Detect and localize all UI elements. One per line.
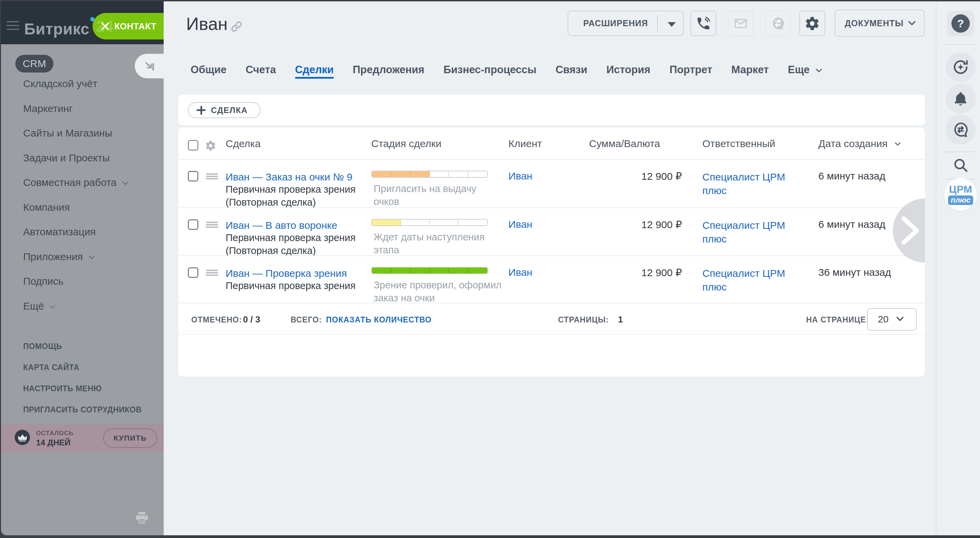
tab-связи[interactable]: Связи bbox=[555, 64, 587, 79]
tab-бизнес-процессы[interactable]: Бизнес-процессы bbox=[443, 64, 536, 79]
extensions-button[interactable]: РАСШИРЕНИЯ bbox=[568, 11, 684, 36]
stage-label: Пригласить на выдачу очков bbox=[374, 182, 503, 208]
bitrix24-logo: Битрикс bbox=[24, 20, 89, 38]
column-header-client[interactable]: Клиент bbox=[508, 138, 542, 150]
sidebar-item[interactable]: Автоматизация bbox=[23, 226, 95, 238]
buy-button[interactable]: КУПИТЬ bbox=[103, 428, 157, 448]
crm-plus-app-button[interactable]: ЦРМ плюс bbox=[944, 178, 977, 211]
sidebar-secondary-item[interactable]: НАСТРОИТЬ МЕНЮ bbox=[23, 384, 102, 393]
checked-label: ОТМЕЧЕНО: bbox=[191, 315, 242, 324]
stage-segment bbox=[410, 171, 430, 177]
column-header-deal[interactable]: Сделка bbox=[226, 138, 261, 150]
notifications-button[interactable] bbox=[946, 84, 975, 114]
add-deal-button[interactable]: СДЕЛКА bbox=[188, 102, 261, 118]
sidebar-item[interactable]: Складской учёт bbox=[23, 78, 97, 89]
tab-сделки[interactable]: Сделки bbox=[295, 64, 334, 79]
print-icon[interactable] bbox=[136, 511, 148, 524]
sidebar-item[interactable]: Задачи и Проекты bbox=[23, 152, 110, 164]
row-checkbox[interactable] bbox=[188, 171, 198, 182]
table-header-row: Сделка Стадия сделки Клиент Сумма/Валюта… bbox=[178, 128, 925, 159]
tab-label: Еще bbox=[788, 64, 810, 76]
tab-счета[interactable]: Счета bbox=[246, 64, 276, 79]
email-button[interactable] bbox=[728, 11, 754, 36]
sidebar-item[interactable]: Подпись bbox=[23, 275, 64, 287]
grid-settings-gear-icon[interactable] bbox=[205, 140, 216, 153]
show-count-link[interactable]: ПОКАЗАТЬ КОЛИЧЕСТВО bbox=[326, 315, 431, 324]
drag-handle-icon[interactable] bbox=[206, 270, 218, 276]
tab-общие[interactable]: Общие bbox=[191, 64, 227, 79]
call-button[interactable] bbox=[690, 11, 716, 36]
chevron-right-icon bbox=[899, 215, 923, 246]
update-star-icon bbox=[952, 58, 969, 76]
sidebar-item[interactable]: Маркетинг bbox=[23, 103, 73, 114]
client-link[interactable]: Иван bbox=[508, 170, 532, 182]
sidebar-item[interactable]: Компания bbox=[23, 201, 70, 213]
responsible-link[interactable]: Специалист ЦРМ плюс bbox=[702, 170, 804, 198]
sidebar-item-label: Задачи и Проекты bbox=[23, 152, 110, 163]
stage-progress-bar[interactable] bbox=[371, 171, 488, 178]
created-date: 36 минут назад bbox=[818, 267, 891, 278]
stage-segment bbox=[410, 268, 430, 273]
search-button[interactable] bbox=[944, 149, 977, 182]
tab-история[interactable]: История bbox=[606, 64, 650, 79]
row-checkbox[interactable] bbox=[188, 267, 198, 278]
deal-title-link[interactable]: Иван — Заказ на очки № 9 bbox=[226, 170, 375, 184]
sidebar-item-crm[interactable]: CRM bbox=[15, 55, 53, 72]
menu-hamburger-icon[interactable] bbox=[6, 21, 19, 30]
tab-label: Бизнес-процессы bbox=[443, 64, 536, 76]
search-icon bbox=[952, 156, 969, 174]
deal-subtitle: Первичная проверка зрения (Повторная сде… bbox=[226, 231, 372, 257]
page-title: Иван bbox=[186, 14, 228, 34]
sidebar-secondary-item[interactable]: ПОМОЩЬ bbox=[23, 342, 62, 351]
sidebar-item[interactable]: Ещё bbox=[23, 300, 53, 312]
drag-handle-icon[interactable] bbox=[206, 222, 218, 228]
column-header-created[interactable]: Дата создания bbox=[818, 138, 898, 150]
sidebar-item[interactable]: Приложения bbox=[23, 251, 92, 263]
openline-chat-button[interactable] bbox=[765, 11, 791, 36]
sidebar-item[interactable]: Сайты и Магазины bbox=[23, 127, 112, 139]
per-page-select[interactable]: 20 bbox=[867, 308, 917, 330]
stage-segment bbox=[458, 220, 487, 225]
sidebar-item[interactable]: Совместная работа bbox=[23, 177, 126, 188]
sidebar-collapse-button[interactable] bbox=[135, 54, 164, 78]
stage-progress-bar[interactable] bbox=[371, 267, 488, 274]
sidebar-secondary-item[interactable]: ПРИГЛАСИТЬ СОТРУДНИКОВ bbox=[23, 405, 142, 414]
row-checkbox[interactable] bbox=[188, 219, 198, 230]
stage-segment bbox=[391, 171, 411, 177]
responsible-link[interactable]: Специалист ЦРМ плюс bbox=[702, 219, 804, 246]
column-header-amount[interactable]: Сумма/Валюта bbox=[589, 138, 660, 150]
whats-new-button[interactable] bbox=[946, 52, 975, 82]
drag-handle-icon[interactable] bbox=[206, 173, 218, 179]
column-header-stage[interactable]: Стадия сделки bbox=[371, 138, 441, 150]
tab-еще[interactable]: Еще bbox=[788, 64, 819, 79]
documents-button[interactable]: ДОКУМЕНТЫ bbox=[835, 10, 924, 37]
settings-button[interactable] bbox=[799, 11, 825, 36]
messenger-button[interactable] bbox=[946, 115, 975, 145]
slider-close-button[interactable]: 24 КОНТАКТ bbox=[92, 13, 164, 40]
responsible-link[interactable]: Специалист ЦРМ плюс bbox=[702, 267, 804, 294]
deal-title-link[interactable]: Иван — Проверка зрения bbox=[226, 267, 375, 280]
sidebar-item-label: Приложения bbox=[23, 251, 83, 262]
chat-bubble-arrows-icon bbox=[952, 121, 969, 139]
column-header-responsible[interactable]: Ответственный bbox=[702, 138, 775, 150]
tab-портрет[interactable]: Портрет bbox=[669, 64, 712, 79]
pages-label: СТРАНИЦЫ: bbox=[558, 315, 609, 324]
copy-link-icon[interactable] bbox=[231, 21, 243, 33]
deal-subtitle: Первичная проверка зрения bbox=[226, 279, 372, 292]
sidebar-item-label: Маркетинг bbox=[23, 103, 73, 114]
deal-title-link[interactable]: Иван — В авто воронке bbox=[226, 219, 375, 232]
client-link[interactable]: Иван bbox=[508, 219, 532, 230]
crm-plus-logo-top: ЦРМ bbox=[949, 184, 972, 195]
tab-предложения[interactable]: Предложения bbox=[353, 64, 425, 79]
sidebar-secondary-item[interactable]: КАРТА САЙТА bbox=[23, 363, 79, 372]
select-all-checkbox[interactable] bbox=[188, 140, 198, 150]
table-row: Иван — Заказ на очки № 9Первичная провер… bbox=[178, 159, 925, 208]
stage-progress-bar[interactable] bbox=[371, 219, 488, 226]
stage-label: Ждет даты наступления этапа bbox=[374, 230, 503, 256]
pages-value: 1 bbox=[618, 314, 623, 325]
help-button[interactable]: ? bbox=[947, 11, 974, 36]
client-link[interactable]: Иван bbox=[508, 267, 532, 278]
tab-маркет[interactable]: Маркет bbox=[731, 64, 769, 79]
chevron-down-icon bbox=[89, 253, 95, 259]
extensions-caret-icon[interactable] bbox=[668, 22, 676, 27]
